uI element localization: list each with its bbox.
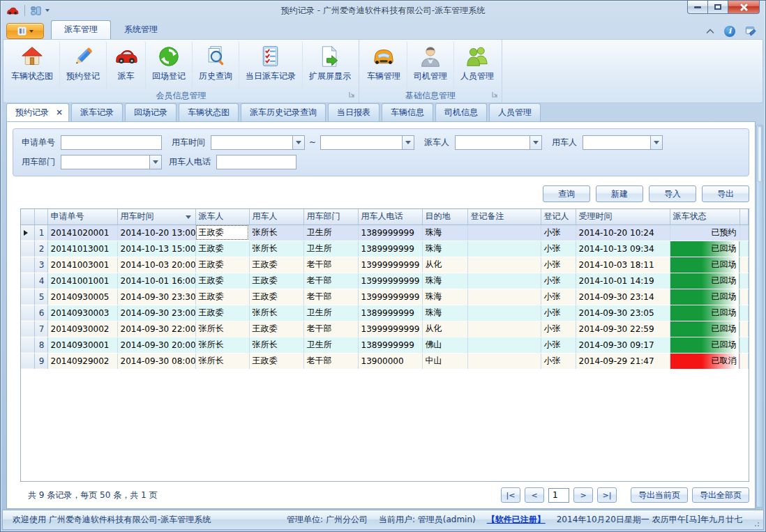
cell[interactable] <box>467 353 541 369</box>
column-header-5[interactable]: 用车人电话 <box>358 209 422 225</box>
cell[interactable]: 王政委 <box>195 225 249 241</box>
ribbon-tab-dispatch[interactable]: 派车管理 <box>51 20 111 39</box>
status-badge[interactable]: 已回场 <box>670 241 739 257</box>
cell[interactable]: 张所长 <box>195 337 249 353</box>
dialog-launcher-icon[interactable] <box>349 91 356 98</box>
cell[interactable]: 佛山 <box>422 337 467 353</box>
status-badge[interactable]: 已回场 <box>670 273 739 289</box>
cell[interactable]: 2014-10-13 09:34 <box>576 241 670 257</box>
phone-input[interactable] <box>216 155 296 169</box>
cell[interactable]: 王政委 <box>249 321 303 337</box>
cell[interactable]: 王政委 <box>249 257 303 273</box>
cell[interactable]: 王政委 <box>249 289 303 305</box>
cell[interactable]: 小张 <box>541 241 576 257</box>
cell[interactable]: 13999999999 <box>358 273 422 289</box>
column-header-6[interactable]: 目的地 <box>422 209 467 225</box>
cell[interactable]: 老干部 <box>303 353 358 369</box>
cell[interactable]: 2014-09-30 22:00 <box>117 321 195 337</box>
cell[interactable]: 中山 <box>422 353 467 369</box>
close-tab-icon[interactable]: × <box>56 107 63 117</box>
cell[interactable]: 王政委 <box>195 241 249 257</box>
cell[interactable]: 20140930005 <box>47 289 117 305</box>
cell[interactable]: 1389999999 <box>358 305 422 321</box>
cell[interactable]: 老干部 <box>303 321 358 337</box>
app-no-input[interactable] <box>61 135 162 150</box>
table-row[interactable]: 5201409300052014-09-30 23:30王政委王政委老干部139… <box>21 289 749 305</box>
cell[interactable]: 2014-09-30 09:17 <box>576 337 670 353</box>
cell[interactable]: 2014-10-01 16:00 <box>117 273 195 289</box>
cell[interactable]: 20140930001 <box>47 337 117 353</box>
cell[interactable] <box>467 225 541 241</box>
last-page-button[interactable]: >| <box>597 487 617 503</box>
column-header-10[interactable]: 派车状态 <box>670 209 739 225</box>
minimize-button[interactable] <box>687 1 708 14</box>
ribbon-tab-system[interactable]: 系统管理 <box>111 20 171 39</box>
import-button[interactable]: 导入 <box>649 185 696 202</box>
cell[interactable]: 20140930002 <box>47 321 117 337</box>
cell[interactable]: 小张 <box>541 273 576 289</box>
resize-grip-icon[interactable] <box>754 520 761 527</box>
status-badge[interactable]: 已取消 <box>670 353 739 369</box>
cell[interactable]: 2014-09-30 22:59 <box>576 321 670 337</box>
cell[interactable]: 2014-09-30 08:00 <box>117 353 195 369</box>
doc-tab-4[interactable]: 派车历史记录查询 <box>241 103 326 121</box>
cell[interactable]: 20141003001 <box>47 257 117 273</box>
cell[interactable]: 王政委 <box>249 273 303 289</box>
doc-tab-8[interactable]: 人员管理 <box>489 103 541 121</box>
cell[interactable]: 2014-09-30 23:05 <box>576 305 670 321</box>
cell[interactable] <box>467 337 541 353</box>
cell[interactable]: 张所长 <box>249 305 303 321</box>
table-row[interactable]: 1201410200012014-10-20 13:00王政委张所长卫生所138… <box>21 225 749 241</box>
table-row[interactable]: 6201409300032014-09-30 23:00王政委张所长卫生所138… <box>21 305 749 321</box>
collapse-ribbon-icon[interactable] <box>706 29 714 34</box>
export-all-pages-button[interactable]: 导出全部页 <box>692 487 749 503</box>
maximize-button[interactable] <box>708 1 728 14</box>
doc-tab-2[interactable]: 回场记录 <box>125 103 177 121</box>
cell[interactable] <box>467 289 541 305</box>
create-button[interactable]: 新建 <box>596 185 643 202</box>
cell[interactable]: 20141001001 <box>47 273 117 289</box>
ribbon-button-checklist[interactable]: 当日派车记录 <box>239 41 303 89</box>
cell[interactable]: 卫生所 <box>303 305 358 321</box>
cell[interactable]: 卫生所 <box>303 337 358 353</box>
time-from-combo[interactable] <box>211 135 305 150</box>
cell[interactable]: 张所长 <box>249 241 303 257</box>
column-header-2[interactable]: 派车人 <box>195 209 249 225</box>
ribbon-button-pencil[interactable]: 预约登记 <box>60 41 107 89</box>
cell[interactable] <box>467 305 541 321</box>
ribbon-button-extend-screen[interactable]: 扩展屏显示 <box>303 41 357 89</box>
cell[interactable]: 2014-10-01 14:19 <box>576 273 670 289</box>
status-badge[interactable]: 已预约 <box>670 225 739 241</box>
cell[interactable]: 2014-10-03 20:00 <box>117 257 195 273</box>
cell[interactable]: 2014-10-03 18:11 <box>576 257 670 273</box>
cell[interactable]: 珠海 <box>422 289 467 305</box>
status-badge[interactable]: 已回场 <box>670 321 739 337</box>
dialog-launcher-icon[interactable] <box>492 91 499 98</box>
cell[interactable]: 王政委 <box>249 353 303 369</box>
cell[interactable]: 13900000 <box>358 353 422 369</box>
cell[interactable]: 张所长 <box>195 353 249 369</box>
column-header-9[interactable]: 受理时间 <box>576 209 670 225</box>
cell[interactable]: 小张 <box>541 289 576 305</box>
application-menu-button[interactable] <box>6 23 44 39</box>
cell[interactable]: 小张 <box>541 353 576 369</box>
first-page-button[interactable]: |< <box>501 487 520 503</box>
cell[interactable]: 2014-09-30 20:00 <box>117 337 195 353</box>
ribbon-button-recycle[interactable]: 回场登记 <box>146 41 193 89</box>
cell[interactable]: 13999999999 <box>358 257 422 273</box>
column-header-1[interactable]: 用车时间 <box>117 209 195 225</box>
cell[interactable]: 老干部 <box>303 257 358 273</box>
table-row[interactable]: 2201410130012014-10-13 15:00王政委张所长卫生所138… <box>21 241 749 257</box>
cell[interactable]: 张所长 <box>195 321 249 337</box>
cell[interactable]: 王政委 <box>195 273 249 289</box>
cell[interactable]: 小张 <box>541 337 576 353</box>
cell[interactable]: 王政委 <box>195 289 249 305</box>
cell[interactable]: 从化 <box>422 257 467 273</box>
cell[interactable]: 2014-09-30 23:30 <box>117 289 195 305</box>
ribbon-button-red-car[interactable]: 派车 <box>107 41 146 89</box>
cell[interactable]: 1389999999 <box>358 337 422 353</box>
cell[interactable]: 2014-09-30 23:14 <box>576 289 670 305</box>
cell[interactable]: 2014-09-29 21:47 <box>576 353 670 369</box>
info-icon[interactable]: i <box>724 26 735 37</box>
export-current-page-button[interactable]: 导出当前页 <box>631 487 688 503</box>
